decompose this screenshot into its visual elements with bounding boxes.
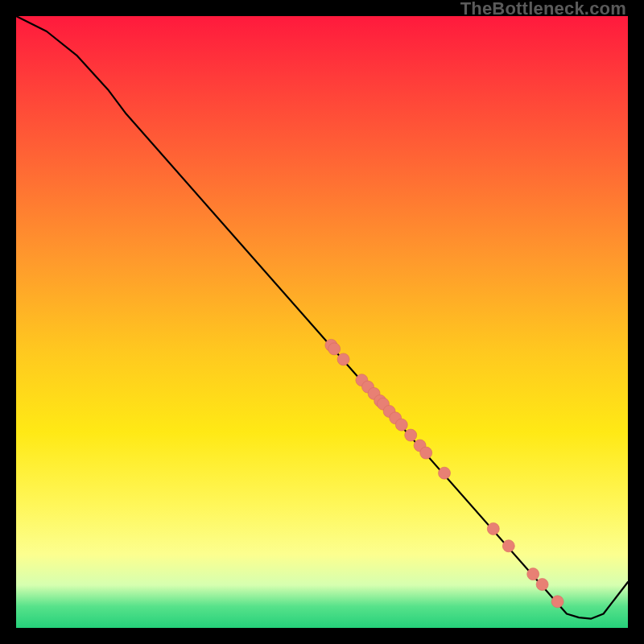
chart-svg xyxy=(16,16,628,628)
data-point xyxy=(487,522,499,535)
data-point xyxy=(420,447,432,459)
data-point xyxy=(439,467,451,479)
data-point xyxy=(527,568,539,580)
bottleneck-curve xyxy=(16,16,628,619)
data-point xyxy=(337,353,349,365)
data-points-group xyxy=(325,339,564,607)
data-point xyxy=(551,596,564,608)
data-point xyxy=(502,540,514,552)
chart-frame: TheBottleneck.com xyxy=(0,0,644,644)
data-point xyxy=(536,579,548,591)
data-point xyxy=(328,343,341,355)
plot-area xyxy=(16,16,628,628)
data-point xyxy=(405,429,417,441)
data-point xyxy=(395,419,407,431)
